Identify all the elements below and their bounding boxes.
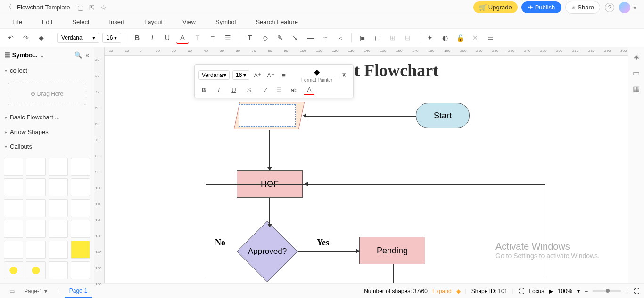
menu-select[interactable]: Select [69,17,92,27]
menu-edit[interactable]: Edit [39,17,55,27]
decrease-font-icon[interactable]: A⁻ [265,70,276,80]
save-icon[interactable]: ▢ [77,4,83,11]
callout-thumb[interactable] [26,261,45,279]
open-external-icon[interactable]: ⇱ [89,4,95,11]
upgrade-button[interactable]: 🛒 Upgrade [473,1,518,13]
callout-thumb[interactable] [26,178,45,196]
tab-page-1[interactable]: Page-1 [65,285,92,298]
callout-thumb[interactable] [49,220,68,238]
callout-thumb[interactable] [26,241,45,259]
zoom-out-icon[interactable]: − [585,288,588,294]
bring-front-icon[interactable]: ▣ [356,32,369,44]
float-close-icon[interactable]: ⊼ [339,70,349,80]
arrow-start-icon[interactable]: ◃ [334,32,347,44]
focus-mode-icon[interactable]: ⛶ [519,288,524,294]
share-button[interactable]: ∝ Share [565,1,600,14]
callout-thumb[interactable] [71,178,90,196]
undo-icon[interactable]: ↶ [5,32,17,44]
redo-icon[interactable]: ↷ [20,32,32,44]
back-icon[interactable]: 〈 [5,2,12,12]
menu-layout[interactable]: Layout [141,17,165,27]
drag-here-zone[interactable]: ⊕ Drag Here [8,83,86,105]
callout-thumb[interactable] [26,158,45,176]
callout-thumb[interactable] [71,158,90,176]
size-select[interactable]: 16▾ [102,33,121,43]
send-back-icon[interactable]: ▢ [372,32,384,44]
bold-icon[interactable]: B [131,32,143,44]
callout-thumb[interactable] [26,199,45,217]
callout-thumb[interactable] [49,178,68,196]
tools-icon[interactable]: ✕ [469,32,481,44]
callout-thumb[interactable] [71,220,90,238]
grid-icon[interactable]: ▦ [632,84,641,93]
callout-thumb[interactable] [4,261,23,279]
callout-thumb[interactable] [4,241,23,259]
avatar-dropdown-icon[interactable]: ▾ [633,4,636,11]
text-effect-icon[interactable]: T [191,32,204,44]
text-tool-icon[interactable]: T [244,32,256,44]
line-style-icon[interactable]: — [304,32,316,44]
section-callouts[interactable]: ▾Callouts [0,139,94,154]
float-font-color-icon[interactable]: A [304,84,314,95]
callout-thumb[interactable] [71,241,90,259]
help-icon[interactable]: ? [605,3,614,12]
float-strike-icon[interactable]: S [244,84,254,95]
shape-data-edit[interactable] [239,104,296,127]
expand-link[interactable]: Expand [432,288,452,294]
callout-thumb[interactable] [4,199,23,217]
callout-thumb[interactable] [49,158,68,176]
page-select[interactable]: Page-1 ▾ [19,286,52,296]
lock-icon[interactable]: 🔒 [454,32,466,44]
shape-start[interactable]: Start [416,103,470,128]
group-icon[interactable]: ⊞ [387,32,399,44]
callout-thumb[interactable] [49,261,68,279]
fullscreen-icon[interactable]: ⛶ [634,288,639,294]
callout-thumb[interactable] [49,241,68,259]
callout-thumb[interactable] [4,158,23,176]
ungroup-icon[interactable]: ⊟ [402,32,414,44]
line-color-icon[interactable]: ✎ [274,32,286,44]
play-icon[interactable]: ▶ [549,288,553,294]
zoom-dropdown-icon[interactable]: ▾ [577,288,580,294]
search-icon[interactable]: 🔍 [74,51,82,59]
properties-icon[interactable]: ▭ [632,68,641,77]
float-numbered-list-icon[interactable]: ⅟ [259,84,269,95]
align-left-icon[interactable]: ≡ [206,32,219,44]
connector-icon[interactable]: ↘ [289,32,301,44]
distribute-icon[interactable]: ✦ [424,32,436,44]
section-basic-flowchart[interactable]: ▸Basic Flowchart ... [0,110,94,125]
add-page-button[interactable]: + [52,286,65,296]
line-dash-icon[interactable]: ┄ [319,32,331,44]
font-select[interactable]: Verdana▾ [57,33,99,43]
menu-view[interactable]: View [180,17,198,27]
fill-icon[interactable]: ◇ [259,32,271,44]
symbols-dropdown-icon[interactable]: ⌄ [40,51,45,59]
float-size-select[interactable]: 16▾ [232,70,249,80]
menu-file[interactable]: File [9,17,25,27]
float-bold-icon[interactable]: B [198,84,209,95]
theme-icon[interactable]: ◈ [632,52,641,61]
menu-search[interactable]: Search Feature [253,17,301,27]
format-painter-icon[interactable]: ◆ [35,32,47,44]
align-vertical-icon[interactable]: ☰ [222,32,234,44]
publish-button[interactable]: ✈ Publish [521,1,562,13]
zoom-level[interactable]: 100% [558,288,572,294]
menu-insert[interactable]: Insert [107,17,128,27]
crop-icon[interactable]: ◐ [439,32,451,44]
float-text-wrap-icon[interactable]: ab [289,84,299,95]
float-bullet-list-icon[interactable]: ☰ [274,84,284,95]
float-italic-icon[interactable]: I [214,84,224,95]
italic-icon[interactable]: I [146,32,158,44]
float-align-icon[interactable]: ≡ [279,70,289,80]
callout-thumb[interactable] [71,199,90,217]
float-font-select[interactable]: Verdana▾ [198,70,230,80]
callout-thumb[interactable] [26,220,45,238]
star-icon[interactable]: ☆ [100,4,107,11]
callout-thumb[interactable] [4,178,23,196]
focus-label[interactable]: Focus [529,288,545,294]
callout-thumb[interactable] [49,199,68,217]
underline-icon[interactable]: U [161,32,173,44]
zoom-slider[interactable] [593,290,621,292]
section-collect[interactable]: ▾collect [0,63,94,78]
increase-font-icon[interactable]: A⁺ [252,70,263,80]
